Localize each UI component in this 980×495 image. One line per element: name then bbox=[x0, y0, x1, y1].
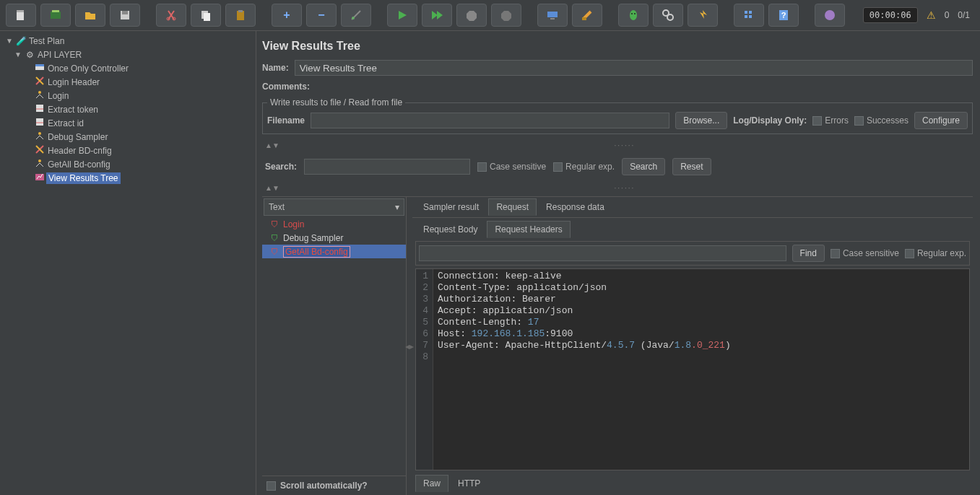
tree-extract-token[interactable]: Extract token bbox=[0, 102, 256, 116]
result-item-login[interactable]: ⛉ Login bbox=[262, 217, 406, 231]
expand-button[interactable]: + bbox=[272, 4, 302, 27]
tab-http[interactable]: HTTP bbox=[450, 475, 488, 492]
tab-request-body[interactable]: Request Body bbox=[415, 221, 485, 238]
warning-icon[interactable]: ⚠ bbox=[927, 9, 936, 21]
help-button[interactable]: ? bbox=[768, 4, 799, 27]
svg-rect-15 bbox=[582, 17, 586, 20]
tree-test-plan[interactable]: ▼ 🧪 Test Plan bbox=[0, 34, 256, 48]
svg-text:?: ? bbox=[781, 11, 786, 19]
tab-request[interactable]: Request bbox=[488, 198, 537, 216]
options-button[interactable] bbox=[734, 4, 764, 27]
tree-view-results[interactable]: View Results Tree bbox=[0, 171, 256, 185]
name-label: Name: bbox=[262, 63, 289, 73]
about-button[interactable] bbox=[815, 4, 845, 27]
svg-point-34 bbox=[38, 159, 41, 162]
svg-rect-5 bbox=[122, 11, 128, 14]
stop-button[interactable] bbox=[456, 4, 487, 27]
name-field[interactable] bbox=[295, 60, 973, 76]
svg-point-33 bbox=[38, 132, 41, 135]
panel-title: View Results Tree bbox=[262, 40, 973, 53]
search-case-checkbox[interactable]: Case sensitive bbox=[477, 162, 546, 172]
remote-start-button[interactable] bbox=[537, 4, 568, 27]
listener-icon bbox=[33, 172, 46, 184]
tab-raw[interactable]: Raw bbox=[415, 475, 448, 492]
svg-point-27 bbox=[825, 10, 835, 20]
results-list-pane: Text ▾ ⛉ Login ⛉ Debug Sampler ⛉ GetAll … bbox=[262, 197, 407, 495]
header-icon bbox=[33, 76, 46, 88]
start-no-pause-button[interactable] bbox=[422, 4, 452, 27]
flask-icon: 🧪 bbox=[14, 36, 27, 46]
tree-login-header[interactable]: Login Header bbox=[0, 75, 256, 89]
svg-rect-11 bbox=[238, 10, 243, 12]
test-plan-tree[interactable]: ▼ 🧪 Test Plan ▼ ⚙ API LAYER Once Only Co… bbox=[0, 31, 256, 495]
toggle-button[interactable] bbox=[341, 4, 371, 27]
scroll-auto-checkbox[interactable] bbox=[266, 481, 276, 491]
tree-thread-group[interactable]: ▼ ⚙ API LAYER bbox=[0, 48, 256, 61]
main-toolbar: + − ? 00:00:06 ⚠ 0 0/1 bbox=[0, 0, 980, 31]
find-field[interactable] bbox=[419, 245, 786, 261]
shield-fail-icon: ⛉ bbox=[271, 248, 279, 256]
svg-rect-21 bbox=[745, 11, 747, 14]
log-display-label: Log/Display Only: bbox=[733, 115, 807, 126]
configure-button[interactable]: Configure bbox=[914, 112, 968, 129]
paste-button[interactable] bbox=[225, 4, 256, 27]
result-item-debug[interactable]: ⛉ Debug Sampler bbox=[262, 231, 406, 245]
collapse-handle-2[interactable]: ▲▼······ bbox=[262, 183, 973, 193]
sampler-icon bbox=[33, 89, 46, 102]
tab-request-headers[interactable]: Request Headers bbox=[487, 221, 570, 238]
find-regex-checkbox[interactable]: Regular exp. bbox=[905, 248, 966, 258]
headers-code-area[interactable]: 1 2 3 4 5 6 7 8 Connection: keep-alive C… bbox=[415, 268, 970, 470]
new-button[interactable] bbox=[6, 4, 36, 27]
tree-header-bd[interactable]: Header BD-cnfig bbox=[0, 144, 256, 157]
successes-checkbox[interactable]: Successes bbox=[854, 115, 909, 126]
extractor-icon bbox=[33, 103, 46, 115]
shield-pass-icon: ⛉ bbox=[271, 234, 279, 242]
collapse-button[interactable]: − bbox=[306, 4, 337, 27]
open-button[interactable] bbox=[75, 4, 105, 27]
svg-rect-3 bbox=[52, 10, 59, 12]
browse-button[interactable]: Browse... bbox=[675, 112, 727, 129]
tree-extract-id[interactable]: Extract id bbox=[0, 116, 256, 130]
search-test-button[interactable] bbox=[653, 4, 683, 27]
thread-count: 0/1 bbox=[958, 10, 970, 20]
search-field[interactable] bbox=[304, 159, 470, 175]
svg-point-17 bbox=[631, 13, 633, 14]
tree-once-only[interactable]: Once Only Controller bbox=[0, 61, 256, 75]
svg-rect-29 bbox=[35, 64, 44, 66]
tab-response-data[interactable]: Response data bbox=[538, 198, 612, 216]
elapsed-timer: 00:00:06 bbox=[863, 7, 918, 23]
clear-all-button[interactable] bbox=[618, 4, 649, 27]
tab-sampler-result[interactable]: Sampler result bbox=[415, 198, 487, 216]
search-button[interactable]: Search bbox=[622, 158, 665, 175]
svg-rect-32 bbox=[36, 118, 43, 126]
svg-rect-24 bbox=[749, 15, 752, 18]
tree-login[interactable]: Login bbox=[0, 89, 256, 102]
shutdown-button[interactable] bbox=[491, 4, 521, 27]
line-gutter: 1 2 3 4 5 6 7 8 bbox=[416, 269, 433, 470]
search-regex-checkbox[interactable]: Regular exp. bbox=[553, 162, 615, 172]
svg-rect-23 bbox=[745, 15, 747, 18]
tree-getall-bd[interactable]: GetAll Bd-config bbox=[0, 157, 256, 171]
reset-button[interactable]: Reset bbox=[672, 158, 711, 175]
templates-button[interactable] bbox=[40, 4, 71, 27]
copy-button[interactable] bbox=[191, 4, 221, 27]
search-label: Search: bbox=[265, 162, 297, 172]
errors-checkbox[interactable]: Errors bbox=[812, 115, 849, 126]
renderer-dropdown[interactable]: Text ▾ bbox=[264, 198, 404, 216]
file-legend: Write results to file / Read from file bbox=[267, 97, 405, 108]
collapse-handle-1[interactable]: ▲▼······ bbox=[262, 140, 973, 151]
shield-fail-icon: ⛉ bbox=[271, 220, 279, 229]
cut-button[interactable] bbox=[156, 4, 186, 27]
clear-button[interactable] bbox=[572, 4, 602, 27]
find-case-checkbox[interactable]: Case sensitive bbox=[831, 248, 899, 258]
find-button[interactable]: Find bbox=[792, 245, 825, 262]
save-button[interactable] bbox=[110, 4, 140, 27]
filename-field[interactable] bbox=[311, 113, 669, 128]
result-item-getall[interactable]: ⛉ GetAll Bd-config bbox=[262, 245, 406, 258]
start-button[interactable] bbox=[387, 4, 417, 27]
file-fieldset: Write results to file / Read from file F… bbox=[262, 97, 973, 134]
svg-point-30 bbox=[38, 91, 41, 94]
function-helper-button[interactable] bbox=[688, 4, 718, 27]
vertical-splitter[interactable]: ◂▸ bbox=[407, 197, 412, 495]
tree-debug-sampler[interactable]: Debug Sampler bbox=[0, 130, 256, 144]
